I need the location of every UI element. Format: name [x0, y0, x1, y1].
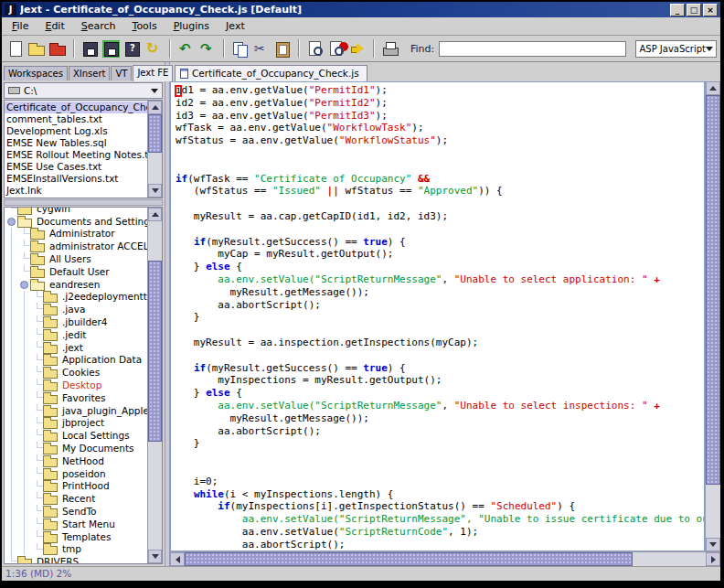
tree-item[interactable]: Application Data — [5, 354, 147, 367]
file-list-item[interactable]: Certificate_of_Occupancy_Check.js — [5, 102, 147, 113]
tree-item[interactable]: tmp — [5, 543, 147, 556]
tab-workspaces[interactable]: Workspaces — [4, 66, 68, 80]
tree-toggle-icon[interactable] — [17, 278, 30, 291]
tab-vt[interactable]: VT — [111, 66, 132, 80]
file-list-item[interactable]: Jext.lnk — [5, 185, 147, 197]
tree-item[interactable]: java_plugin_AppletStore — [5, 404, 147, 417]
tree-item[interactable]: Default User — [5, 265, 147, 278]
folder-icon — [17, 208, 32, 214]
tree-scrollbar[interactable] — [147, 208, 162, 563]
menu-tools[interactable]: Tools — [125, 18, 165, 35]
tree-item[interactable]: Administrator — [5, 228, 147, 241]
jext-window: J Jext - Certificate_of_Occupancy_Check.… — [0, 0, 724, 588]
save-all-icon[interactable] — [101, 39, 121, 59]
scroll-up-button[interactable] — [706, 81, 720, 95]
tree-item[interactable]: All Users — [5, 252, 147, 265]
scroll-thumb[interactable] — [185, 552, 633, 566]
open-icon[interactable] — [27, 39, 46, 59]
tree-item[interactable]: SendTo — [5, 505, 147, 518]
cut-icon[interactable] — [251, 39, 271, 59]
scroll-thumb[interactable] — [148, 114, 162, 153]
menu-plugins[interactable]: Plugins — [166, 18, 217, 35]
copy-icon[interactable] — [230, 39, 250, 59]
scroll-track[interactable] — [148, 221, 162, 550]
tree-item[interactable]: poseidon — [5, 467, 147, 480]
tree-item[interactable]: PrintHood — [5, 480, 147, 493]
toolbar-icons — [5, 39, 399, 59]
scroll-up-button[interactable] — [148, 208, 162, 221]
scroll-down-button[interactable] — [148, 184, 162, 198]
tree-item[interactable]: My Documents — [5, 442, 147, 454]
editor-horizontal-scrollbar[interactable] — [170, 551, 720, 566]
code-line — [176, 198, 704, 210]
scroll-track[interactable] — [706, 95, 720, 538]
file-list-scrollbar[interactable] — [147, 101, 162, 198]
tree-item[interactable]: eandresen — [5, 278, 147, 291]
new-icon[interactable] — [5, 39, 25, 59]
path-combo[interactable]: C:\ — [4, 82, 163, 99]
find-replace-icon[interactable] — [326, 39, 346, 59]
file-list-item[interactable]: Development Log.xls — [5, 125, 147, 137]
menu-jext[interactable]: Jext — [218, 18, 252, 35]
scroll-down-button[interactable] — [148, 550, 162, 563]
tree-item[interactable]: Start Menu — [5, 518, 147, 530]
undo-icon[interactable] — [176, 39, 196, 59]
tree-item[interactable]: jbproject — [5, 417, 147, 430]
minimize-button[interactable]: _ — [670, 4, 685, 16]
scroll-left-button[interactable] — [170, 552, 185, 566]
tree-item[interactable]: .jbuilder4 — [5, 315, 147, 328]
editor-vertical-scrollbar[interactable] — [705, 81, 720, 551]
menu-file[interactable]: File — [5, 18, 36, 35]
menu-edit[interactable]: Edit — [37, 18, 71, 35]
title-bar[interactable]: J Jext - Certificate_of_Occupancy_Check.… — [2, 2, 720, 17]
tree-item[interactable]: .j2eedeploymenttool — [5, 291, 147, 304]
scroll-thumb[interactable] — [706, 95, 720, 485]
scroll-down-button[interactable] — [706, 538, 720, 551]
tree-item[interactable]: administrator ACCELA — [5, 240, 147, 252]
file-list-item[interactable]: EMSEInstallVersions.txt — [5, 173, 147, 185]
goto-icon[interactable] — [347, 39, 367, 59]
redo-icon[interactable] — [197, 39, 217, 59]
tree-item[interactable]: Recent — [5, 492, 147, 505]
print-icon[interactable] — [380, 39, 399, 59]
syntax-mode-select[interactable]: ASP JavaScript — [635, 40, 717, 58]
tree-item[interactable]: Desktop — [5, 379, 147, 391]
tab-jext-fe[interactable]: Jext FE — [133, 65, 173, 81]
code-area[interactable]: id1 = aa.env.getValue("PermitId1");id2 =… — [170, 81, 705, 551]
tree-item[interactable]: Local Settings — [5, 429, 147, 442]
tree-item[interactable]: NetHood — [5, 454, 147, 467]
code-line: if(myInspections[i].getInspectionStatus(… — [176, 500, 704, 513]
horizontal-splitter[interactable] — [4, 199, 163, 206]
paste-icon[interactable] — [272, 39, 292, 59]
find-icon[interactable] — [305, 39, 325, 59]
find-input[interactable] — [439, 41, 626, 57]
tree-item[interactable]: Cookies — [5, 366, 147, 379]
tree-item[interactable]: .jext — [5, 341, 147, 354]
file-list-item[interactable]: EMSE Use Cases.txt — [5, 161, 147, 173]
close-icon[interactable] — [48, 39, 67, 59]
tree-toggle-icon[interactable] — [5, 215, 17, 228]
scroll-track[interactable] — [148, 114, 162, 184]
file-list-item[interactable]: EMSE New Tables.sql — [5, 137, 147, 149]
tree-item[interactable]: .java — [5, 303, 147, 315]
maximize-button[interactable]: □ — [687, 4, 701, 16]
close-button[interactable]: × — [703, 4, 718, 16]
scroll-up-button[interactable] — [148, 101, 162, 114]
reload-icon[interactable] — [144, 39, 163, 59]
file-list-item[interactable]: EMSE Rollout Meeting Notes.txt — [5, 149, 147, 161]
tree-item[interactable]: Favorites — [5, 391, 147, 404]
scroll-thumb[interactable] — [148, 261, 162, 441]
tree-item[interactable]: Templates — [5, 530, 147, 543]
tree-item[interactable]: DRIVERS — [5, 555, 147, 563]
menu-search[interactable]: Search — [74, 18, 123, 35]
tab-xinsert[interactable]: XInsert — [69, 66, 111, 80]
scroll-right-button[interactable] — [706, 552, 720, 566]
tree-item[interactable]: Documents and Settings — [5, 215, 147, 228]
save-as-icon[interactable] — [122, 39, 142, 59]
save-icon[interactable] — [80, 39, 100, 59]
editor-tab-certificate[interactable]: Certificate_of_Occupancy_Check.js — [175, 65, 367, 81]
scroll-track[interactable] — [185, 552, 706, 566]
tree-item[interactable]: .jedit — [5, 328, 147, 341]
file-list-item[interactable]: comment_tables.txt — [5, 113, 147, 125]
tree-item[interactable]: cygwin — [5, 208, 147, 215]
